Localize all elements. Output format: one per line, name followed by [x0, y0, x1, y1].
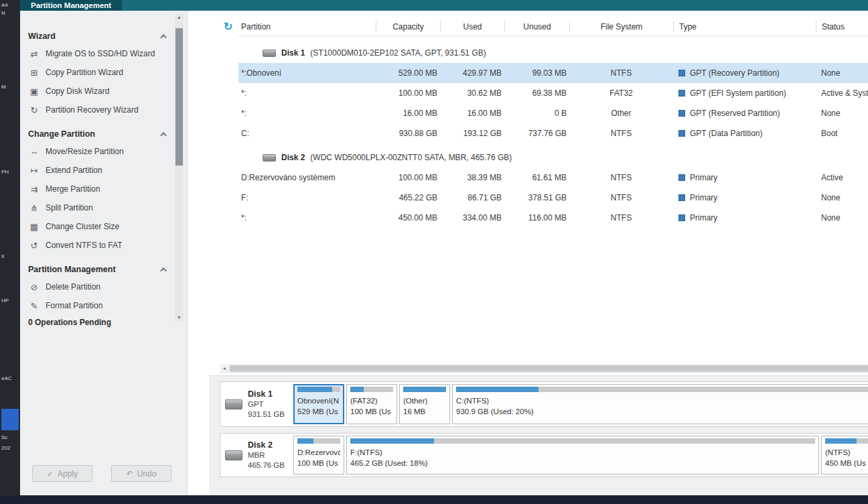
partition-block-fat32[interactable]: (FAT32) 100 MB (Us	[346, 384, 397, 424]
column-header-type[interactable]: Type	[673, 21, 816, 33]
sidebar-item-delete-partition[interactable]: ⊘ Delete Partition	[28, 277, 187, 296]
sidebar-item-copy-disk[interactable]: ▣ Copy Disk Wizard	[28, 82, 187, 101]
app-window: Partition Management Wizard ⇄ Migrate OS…	[20, 0, 868, 495]
column-header-capacity[interactable]: Capacity	[376, 21, 440, 33]
partition-row[interactable]: *:Obnovení 529.00 MB 429.97 MB 99.03 MB …	[238, 63, 868, 83]
status-value: None	[816, 109, 868, 118]
capacity-value: 529.00 MB	[376, 68, 440, 78]
column-header-partition[interactable]: Partition	[238, 21, 376, 33]
partition-type-icon	[678, 194, 685, 201]
sidebar-item-label: Format Partition	[46, 301, 102, 310]
partition-block-c[interactable]: C:(NTFS) 930.9 GB (Used: 20%)	[452, 384, 868, 424]
disk-size: 931.51 GB	[248, 410, 285, 420]
partition-type-icon	[678, 130, 685, 137]
partition-row[interactable]: D:Rezervováno systémem 100.00 MB 38.39 M…	[238, 168, 868, 188]
partition-row[interactable]: *: 16.00 MB 16.00 MB 0 B Other GPT (Rese…	[238, 103, 868, 123]
column-header-used[interactable]: Used	[440, 21, 504, 33]
column-header-filesystem[interactable]: File System	[569, 21, 673, 33]
partition-block-f[interactable]: F:(NTFS) 465.2 GB (Used: 18%)	[346, 436, 819, 475]
partition-row[interactable]: *: 100.00 MB 30.62 MB 69.38 MB FAT32 GPT…	[238, 83, 868, 103]
block-label: D:Rezervová	[297, 447, 340, 458]
status-value: None	[816, 68, 868, 78]
horizontal-scrollbar[interactable]: ◄ ►	[220, 364, 868, 373]
partition-block-d[interactable]: D:Rezervová 100 MB (Us	[293, 436, 344, 475]
partition-block-ntfs[interactable]: (NTFS) 450 MB (Us	[821, 436, 868, 475]
partition-block-obnoveni[interactable]: Obnovení(N 529 MB (Us	[293, 384, 344, 424]
partition-name: *:	[238, 109, 376, 118]
unused-value: 737.76 GB	[504, 129, 569, 138]
desktop-edge: A4 N M PH II HP eAC Sc 202	[0, 0, 20, 504]
sidebar-item-partition-recovery[interactable]: ↻ Partition Recovery Wizard	[28, 101, 187, 119]
sidebar-item-migrate-os[interactable]: ⇄ Migrate OS to SSD/HD Wizard	[28, 44, 187, 63]
usage-bar	[350, 438, 815, 444]
scroll-up-icon[interactable]: ▲	[175, 13, 184, 21]
type-value: GPT (Recovery Partition)	[690, 68, 780, 78]
partition-row[interactable]: C: 930.88 GB 193.12 GB 737.76 GB NTFS GP…	[238, 123, 868, 143]
copy-disk-icon: ▣	[28, 86, 40, 97]
partition-type-icon	[678, 214, 685, 221]
partition-block-other[interactable]: (Other) 16 MB	[399, 384, 450, 424]
sidebar-item-change-cluster-size[interactable]: ▦ Change Cluster Size	[28, 217, 187, 236]
type-value: GPT (EFI System partition)	[690, 88, 786, 98]
desktop-icon-label: PH	[1, 169, 9, 175]
block-label: (NTFS)	[825, 447, 868, 458]
chevron-up-icon	[160, 131, 167, 138]
sidebar-item-convert-ntfs[interactable]: ↺ Convert NTFS to FAT	[28, 236, 187, 255]
filesystem-value: NTFS	[569, 213, 673, 223]
sidebar-section-change-partition: Change Partition ⇔ Move/Resize Partition…	[28, 126, 187, 255]
sidebar-buttons: ✓ Apply ↶ Undo	[32, 465, 171, 482]
sidebar-item-merge[interactable]: ⇉ Merge Partition	[28, 180, 187, 198]
desktop-icon-label: Sc	[1, 434, 7, 440]
scroll-down-icon[interactable]: ▼	[175, 314, 184, 322]
block-size: 100 MB (Us	[350, 406, 393, 417]
partition-row[interactable]: *: 450.00 MB 334.00 MB 116.00 MB NTFS Pr…	[238, 208, 868, 228]
disk-group-row-disk1[interactable]: Disk 1 (ST1000DM010-2EP102 SATA, GPT, 93…	[238, 43, 868, 63]
block-size: 930.9 GB (Used: 20%)	[456, 406, 868, 417]
unused-value: 69.38 MB	[504, 88, 569, 98]
disk-name: Disk 2	[281, 153, 305, 162]
move-resize-icon: ⇔	[28, 147, 40, 157]
capacity-value: 100.00 MB	[376, 173, 440, 182]
disk-group-row-disk2[interactable]: Disk 2 (WDC WD5000LPLX-00ZNTT0 SATA, MBR…	[238, 147, 868, 168]
cluster-icon: ▦	[28, 222, 40, 232]
sidebar-scrollbar[interactable]: ▲ ▼	[175, 13, 184, 322]
tab-partition-management[interactable]: Partition Management	[20, 0, 122, 11]
type-value: Primary	[690, 213, 717, 223]
used-value: 193.12 GB	[440, 129, 504, 138]
block-size: 16 MB	[403, 406, 446, 417]
sidebar-item-extend[interactable]: ↦ Extend Partition	[28, 161, 187, 180]
used-value: 38.39 MB	[440, 173, 504, 182]
column-header-unused[interactable]: Unused	[504, 21, 569, 33]
disk-info: Disk 2 MBR 465.76 GB	[220, 434, 291, 477]
scrollbar-thumb[interactable]	[175, 28, 183, 166]
scrollbar-thumb[interactable]	[230, 365, 868, 372]
apply-button[interactable]: ✓ Apply	[32, 465, 92, 482]
disk-icon	[225, 450, 242, 460]
sidebar-item-format-partition[interactable]: ✎ Format Partition	[28, 296, 187, 314]
scroll-left-icon[interactable]: ◄	[220, 364, 229, 373]
partition-row[interactable]: F: 465.22 GB 86.71 GB 378.51 GB NTFS Pri…	[238, 188, 868, 208]
section-header-change-partition[interactable]: Change Partition	[28, 126, 187, 142]
section-header-partition-management[interactable]: Partition Management	[28, 261, 187, 277]
sidebar-item-split[interactable]: ⋔ Split Partition	[28, 198, 187, 217]
block-label: F:(NTFS)	[350, 447, 815, 458]
refresh-icon[interactable]: ↻	[224, 20, 232, 33]
column-header-status[interactable]: Status	[816, 21, 868, 33]
block-label: Obnovení(N	[297, 395, 340, 406]
desktop-icon-label: N	[1, 10, 5, 16]
section-header-wizard[interactable]: Wizard	[28, 28, 187, 44]
chevron-up-icon	[160, 34, 167, 40]
undo-button[interactable]: ↶ Undo	[111, 465, 171, 482]
disk-map: Disk 1 GPT 931.51 GB Obnovení(N 529 MB (…	[209, 375, 868, 495]
disk-icon	[263, 154, 276, 162]
sidebar-item-move-resize[interactable]: ⇔ Move/Resize Partition	[28, 142, 187, 161]
type-value: Primary	[690, 173, 717, 182]
block-size: 529 MB (Us	[297, 406, 340, 417]
disk-info-text: (WDC WD5000LPLX-00ZNTT0 SATA, MBR, 465.7…	[310, 153, 512, 162]
disk-name: Disk 1	[281, 48, 305, 58]
sidebar-item-label: Migrate OS to SSD/HD Wizard	[46, 49, 155, 58]
partition-type-icon	[678, 174, 685, 181]
sidebar-section-wizard: Wizard ⇄ Migrate OS to SSD/HD Wizard ⊞ C…	[28, 28, 187, 119]
format-icon: ✎	[28, 301, 40, 311]
sidebar-item-copy-partition[interactable]: ⊞ Copy Partition Wizard	[28, 63, 187, 82]
